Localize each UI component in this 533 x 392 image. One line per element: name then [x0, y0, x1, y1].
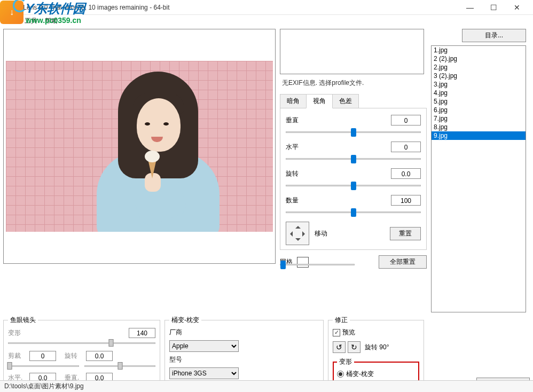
vertical-value[interactable]: 0 [391, 115, 421, 126]
barrel-legend: 桶变-枕变 [169, 316, 201, 325]
titlebar: 回 PTLens 9.0 Trial Version, 10 images re… [0, 0, 533, 15]
horizontal-slider[interactable] [286, 154, 421, 164]
image-preview-area [3, 29, 276, 264]
minimize-button[interactable]: — [458, 0, 482, 15]
rotation-value[interactable]: 0.0 [391, 168, 421, 179]
file-item[interactable]: 6.jpg [432, 106, 526, 114]
status-path: D:\tools\桌面\图片素材\9.jpg [4, 382, 84, 390]
fisheye-legend: 鱼眼镜头 [8, 316, 38, 325]
amount-slider[interactable] [286, 208, 421, 217]
rotate-ccw-button[interactable]: ↺ [333, 341, 346, 353]
reset-all-button[interactable]: 全部重置 [379, 255, 427, 269]
file-item[interactable]: 4.jpg [432, 89, 526, 97]
maker-select[interactable]: Apple [169, 340, 239, 352]
correction-tabs: 暗角 视角 色差 [280, 94, 427, 108]
tab-perspective[interactable]: 视角 [306, 94, 333, 108]
file-item[interactable]: 3 (2).jpg [432, 72, 526, 80]
amount-label: 数量 [286, 196, 305, 205]
crop-value[interactable]: 0 [29, 351, 56, 361]
menu-file[interactable]: 文件 [4, 17, 17, 26]
window-title: PTLens 9.0 Trial Version, 10 images rema… [15, 4, 458, 11]
radio-barrel-label: 桶变-枕变 [346, 370, 374, 379]
fisheye-rotate-slider[interactable] [84, 362, 155, 371]
arrow-up-icon[interactable] [295, 223, 301, 229]
menu-help[interactable]: 帮助 [45, 17, 58, 26]
fisheye-rotate-label: 旋转 [65, 351, 83, 360]
main-image[interactable] [6, 61, 273, 232]
crop-slider[interactable] [8, 362, 79, 371]
tab-chromatic[interactable]: 色差 [332, 94, 359, 108]
file-item[interactable]: 2 (2).jpg [432, 54, 526, 63]
rotate-90-label: 旋转 90° [365, 343, 389, 352]
arrow-left-icon[interactable] [287, 231, 293, 237]
move-pad[interactable] [286, 222, 309, 245]
file-item[interactable]: 9.jpg [432, 131, 526, 140]
maximize-button[interactable]: ☐ [482, 0, 505, 15]
preview-label: 预览 [342, 328, 355, 337]
rotation-slider[interactable] [286, 181, 421, 191]
statusbar: D:\tools\桌面\图片素材\9.jpg [0, 380, 533, 392]
app-icon: 回 [4, 4, 12, 11]
amount-value[interactable]: 100 [391, 195, 421, 206]
model-select[interactable]: iPhone 3GS [169, 367, 239, 379]
vertical-slider[interactable] [286, 128, 421, 137]
file-list[interactable]: 1.jpg2 (2).jpg2.jpg3 (2).jpg3.jpg4.jpg5.… [431, 45, 526, 312]
distortion-label: 变形 [8, 328, 26, 338]
file-item[interactable]: 2.jpg [432, 63, 526, 72]
correction-legend: 修正 [333, 316, 350, 325]
maker-label: 厂商 [169, 328, 319, 337]
distortion-value[interactable]: 140 [129, 328, 155, 338]
radio-barrel[interactable] [337, 371, 344, 378]
tab-vignette[interactable]: 暗角 [280, 94, 307, 108]
reset-button[interactable]: 重置 [390, 227, 421, 240]
crop-label: 剪裁 [8, 351, 26, 360]
arrow-down-icon[interactable] [295, 238, 301, 244]
horizontal-value[interactable]: 0 [391, 142, 421, 152]
distortion-legend: 变形 [337, 357, 354, 366]
arrow-right-icon[interactable] [302, 231, 308, 237]
file-item[interactable]: 7.jpg [432, 114, 526, 123]
directory-button[interactable]: 目录... [462, 29, 526, 42]
preview-checkbox[interactable] [333, 329, 340, 336]
close-button[interactable]: ✕ [505, 0, 529, 15]
horizontal-label: 水平 [286, 143, 305, 152]
menubar: 文件 工具 帮助 [0, 15, 533, 27]
file-item[interactable]: 5.jpg [432, 97, 526, 106]
rotate-cw-button[interactable]: ↻ [348, 341, 360, 353]
file-item[interactable]: 3.jpg [432, 80, 526, 89]
model-label: 型号 [169, 355, 319, 364]
file-item[interactable]: 8.jpg [432, 123, 526, 131]
file-item[interactable]: 1.jpg [432, 46, 526, 54]
grid-slider[interactable] [280, 260, 355, 270]
thumbnail-preview [280, 29, 424, 74]
exif-message: 无EXIF信息. 选择profile文件. [280, 74, 427, 92]
fisheye-rotate-value[interactable]: 0.0 [86, 351, 113, 361]
rotation-label: 旋转 [286, 169, 305, 178]
move-label: 移动 [315, 229, 327, 238]
vertical-label: 垂直 [286, 116, 305, 125]
distortion-slider[interactable] [8, 339, 155, 348]
menu-tools[interactable]: 工具 [25, 17, 37, 26]
